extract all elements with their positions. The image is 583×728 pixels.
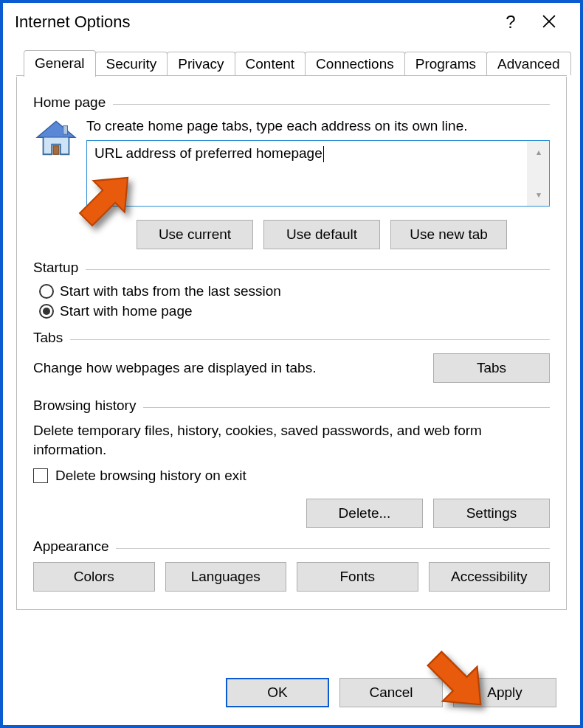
group-home-page: Home page To create home page tabs, type bbox=[33, 94, 550, 249]
home-icon bbox=[33, 118, 86, 249]
homepage-scrollbar[interactable]: ▴ ▾ bbox=[527, 141, 549, 206]
delete-on-exit-label: Delete browsing history on exit bbox=[55, 468, 246, 484]
use-default-button[interactable]: Use default bbox=[263, 220, 380, 249]
dialog-frame: Internet Options ? General Security Priv… bbox=[0, 0, 583, 728]
history-group-label: Browsing history bbox=[33, 398, 143, 414]
svg-marker-1 bbox=[38, 122, 75, 137]
tab-content[interactable]: Content bbox=[235, 52, 306, 75]
history-description: Delete temporary files, history, cookies… bbox=[33, 421, 550, 459]
accessibility-button[interactable]: Accessibility bbox=[429, 562, 551, 592]
tab-general[interactable]: General bbox=[24, 50, 96, 77]
tabs-description: Change how webpages are displayed in tab… bbox=[33, 360, 418, 376]
radio-home-page-label: Start with home page bbox=[60, 303, 193, 319]
delete-on-exit-checkbox[interactable]: Delete browsing history on exit bbox=[33, 468, 550, 484]
startup-group-label: Startup bbox=[33, 260, 86, 276]
history-settings-button[interactable]: Settings bbox=[433, 499, 550, 528]
svg-rect-3 bbox=[63, 126, 68, 135]
svg-rect-2 bbox=[53, 146, 59, 155]
colors-button[interactable]: Colors bbox=[33, 562, 155, 592]
tab-programs[interactable]: Programs bbox=[404, 52, 487, 75]
titlebar: Internet Options ? bbox=[3, 3, 580, 41]
radio-last-session-label: Start with tabs from the last session bbox=[60, 283, 281, 299]
scroll-down-icon[interactable]: ▾ bbox=[537, 190, 541, 200]
tab-security[interactable]: Security bbox=[95, 52, 168, 75]
apply-button[interactable]: Apply bbox=[453, 678, 556, 707]
scroll-up-icon[interactable]: ▴ bbox=[537, 147, 541, 157]
tab-privacy[interactable]: Privacy bbox=[167, 52, 235, 75]
use-new-tab-button[interactable]: Use new tab bbox=[390, 220, 507, 249]
group-browsing-history: Browsing history Delete temporary files,… bbox=[33, 398, 550, 528]
tabs-button[interactable]: Tabs bbox=[433, 353, 550, 383]
homepage-url-value: URL address of preferred homepage bbox=[94, 145, 322, 161]
radio-last-session[interactable]: Start with tabs from the last session bbox=[39, 283, 550, 299]
fonts-button[interactable]: Fonts bbox=[297, 562, 418, 592]
dialog-footer: OK Cancel Apply bbox=[226, 678, 556, 707]
languages-button[interactable]: Languages bbox=[165, 562, 287, 592]
group-startup: Startup Start with tabs from the last se… bbox=[33, 260, 550, 319]
radio-home-page[interactable]: Start with home page bbox=[39, 303, 550, 319]
use-current-button[interactable]: Use current bbox=[137, 220, 253, 249]
group-tabs: Tabs Change how webpages are displayed i… bbox=[33, 330, 550, 383]
appearance-group-label: Appearance bbox=[33, 538, 116, 555]
homepage-group-label: Home page bbox=[33, 94, 113, 111]
tab-advanced[interactable]: Advanced bbox=[486, 52, 571, 75]
close-icon[interactable] bbox=[530, 12, 568, 32]
tabstrip: General Security Privacy Content Connect… bbox=[16, 50, 567, 610]
dialog-title: Internet Options bbox=[15, 13, 491, 32]
homepage-instruction: To create home page tabs, type each addr… bbox=[86, 118, 550, 134]
tabs-group-label: Tabs bbox=[33, 330, 70, 346]
cancel-button[interactable]: Cancel bbox=[339, 678, 443, 707]
ok-button[interactable]: OK bbox=[226, 678, 329, 707]
group-appearance: Appearance Colors Languages Fonts Access… bbox=[33, 538, 550, 592]
delete-button[interactable]: Delete... bbox=[306, 499, 423, 528]
tab-connections[interactable]: Connections bbox=[305, 52, 405, 75]
homepage-url-input[interactable]: URL address of preferred homepage ▴ ▾ bbox=[86, 140, 550, 207]
panel-general: Home page To create home page tabs, type bbox=[16, 77, 567, 610]
help-icon[interactable]: ? bbox=[491, 12, 530, 32]
